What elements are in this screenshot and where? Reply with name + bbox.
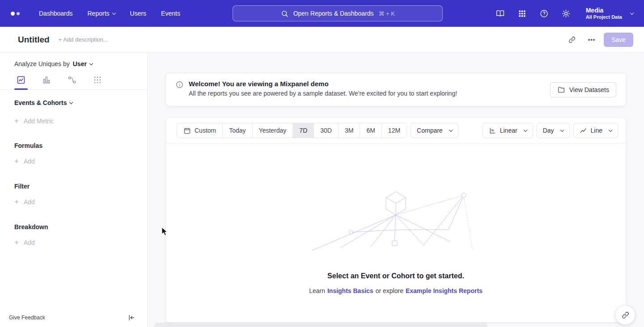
global-search[interactable]: Open Reports & Dashboards ⌘ + K xyxy=(233,5,443,21)
tab-retention[interactable] xyxy=(91,75,104,89)
range-12m[interactable]: 12M xyxy=(382,123,407,138)
nav-reports[interactable]: Reports xyxy=(88,10,115,17)
line-chart-icon xyxy=(580,127,587,134)
gear-icon[interactable] xyxy=(561,8,571,18)
chevron-down-icon xyxy=(630,11,634,14)
tab-flows[interactable] xyxy=(65,75,79,89)
analyze-prefix-label: Analyze Uniques by xyxy=(14,60,70,67)
bottom-panel-peek[interactable] xyxy=(154,323,487,327)
link-icon xyxy=(568,36,576,44)
nav-right-group: Media All Project Data xyxy=(496,7,633,20)
nav-dashboards[interactable]: Dashboards xyxy=(39,10,73,17)
share-link-fab[interactable] xyxy=(615,305,635,325)
events-cohorts-label: Events & Cohorts xyxy=(14,99,67,106)
example-reports-link[interactable]: Example Insights Reports xyxy=(406,287,483,294)
copy-link-button[interactable] xyxy=(564,32,580,47)
learn-prefix: Learn xyxy=(309,287,325,294)
report-title[interactable]: Untitled xyxy=(18,35,50,45)
help-icon[interactable] xyxy=(539,8,549,18)
more-options-button[interactable]: ••• xyxy=(584,32,599,47)
tab-insights[interactable] xyxy=(14,75,28,89)
chevron-down-icon xyxy=(523,128,527,131)
events-cohorts-toggle[interactable]: Events & Cohorts xyxy=(0,99,87,106)
add-breakdown-label: Add xyxy=(24,239,35,246)
report-type-tabs xyxy=(0,72,147,90)
date-controls: Custom Today Yesterday 7D 30D 3M 6M 12M … xyxy=(177,123,458,138)
chart-empty-state: Select an Event or Cohort to get started… xyxy=(166,143,626,294)
nav-users[interactable]: Users xyxy=(130,10,147,17)
range-6m[interactable]: 6M xyxy=(360,123,381,138)
date-range-control: Custom Today Yesterday 7D 30D 3M 6M 12M xyxy=(177,123,407,138)
add-description[interactable]: + Add description... xyxy=(59,36,108,43)
folder-icon xyxy=(557,86,565,94)
welcome-title: Welcome! You are viewing a Mixpanel demo xyxy=(189,80,457,88)
add-filter-label: Add xyxy=(24,198,35,205)
dots-grid-icon xyxy=(93,75,102,84)
connector-text: or explore xyxy=(376,287,403,294)
project-scope: All Project Data xyxy=(586,14,622,20)
content: Analyze Uniques by User xyxy=(0,53,644,327)
apps-grid-icon[interactable] xyxy=(517,8,527,18)
insights-basics-link[interactable]: Insights Basics xyxy=(327,287,373,294)
chevron-down-icon xyxy=(69,100,73,104)
messages-icon[interactable] xyxy=(496,8,505,18)
give-feedback-link[interactable]: Give Feedback xyxy=(9,314,45,321)
collapse-left-icon xyxy=(127,314,136,322)
plus-icon xyxy=(14,198,19,205)
chevron-down-icon xyxy=(609,128,612,131)
welcome-text: Welcome! You are viewing a Mixpanel demo… xyxy=(189,80,457,97)
analyze-by-dropdown[interactable]: User xyxy=(73,60,93,67)
project-switcher[interactable]: Media All Project Data xyxy=(586,7,633,20)
chevron-down-icon xyxy=(560,128,564,131)
nav-reports-label: Reports xyxy=(88,10,110,17)
interval-dropdown[interactable]: Day xyxy=(537,123,570,138)
chevron-down-icon xyxy=(89,61,93,65)
compare-label: Compare xyxy=(417,127,443,134)
range-today[interactable]: Today xyxy=(223,123,252,138)
compare-dropdown[interactable]: Compare xyxy=(411,123,458,138)
chevron-down-icon xyxy=(112,11,115,14)
plus-icon xyxy=(14,158,19,165)
breakdown-heading: Breakdown xyxy=(0,223,147,231)
add-formula-button[interactable]: Add xyxy=(0,158,49,165)
nav-left-group: Dashboards Reports Users Events xyxy=(11,10,180,17)
range-custom[interactable]: Custom xyxy=(177,123,223,138)
range-yesterday[interactable]: Yesterday xyxy=(253,123,293,138)
chart-controls: Custom Today Yesterday 7D 30D 3M 6M 12M … xyxy=(166,118,626,143)
range-custom-label: Custom xyxy=(195,127,216,134)
scale-dropdown[interactable]: Linear xyxy=(483,123,533,138)
nav-events[interactable]: Events xyxy=(161,10,180,17)
scale-label: Linear xyxy=(500,127,517,134)
tab-funnels[interactable] xyxy=(40,75,53,89)
add-metric-label: Add Metric xyxy=(24,117,54,125)
range-30d[interactable]: 30D xyxy=(314,123,339,138)
report-header: Untitled + Add description... ••• Save xyxy=(0,27,644,53)
range-3m[interactable]: 3M xyxy=(339,123,360,138)
collapse-sidebar-button[interactable] xyxy=(127,314,136,322)
add-breakdown-button[interactable]: Add xyxy=(0,239,49,246)
analyze-value-label: User xyxy=(73,60,87,67)
welcome-banner: Welcome! You are viewing a Mixpanel demo… xyxy=(165,73,626,106)
view-datasets-button[interactable]: View Datasets xyxy=(550,82,616,97)
empty-state-subtitle: Learn Insights Basics or explore Example… xyxy=(309,287,483,294)
mixpanel-logo[interactable] xyxy=(11,12,20,16)
add-metric-button[interactable]: Add Metric xyxy=(0,117,68,125)
main-panel: Welcome! You are viewing a Mixpanel demo… xyxy=(148,53,644,327)
app-root: Dashboards Reports Users Events Open Rep… xyxy=(0,0,644,327)
add-filter-button[interactable]: Add xyxy=(0,198,49,205)
range-7d[interactable]: 7D xyxy=(293,123,314,138)
project-name: Media xyxy=(586,7,622,14)
logo-dot xyxy=(17,12,20,15)
display-controls: Linear Day Line xyxy=(483,123,618,138)
project-info: Media All Project Data xyxy=(586,7,622,20)
chart-type-dropdown[interactable]: Line xyxy=(573,123,618,138)
bar-chart-icon xyxy=(42,75,51,84)
chart-type-label: Line xyxy=(591,127,602,134)
plus-icon xyxy=(14,239,19,246)
flows-icon xyxy=(68,75,76,84)
sidebar-footer: Give Feedback xyxy=(0,308,147,327)
save-button[interactable]: Save xyxy=(604,33,633,47)
info-icon xyxy=(175,80,184,89)
plus-icon xyxy=(14,117,19,125)
header-actions: ••• Save xyxy=(564,32,633,47)
